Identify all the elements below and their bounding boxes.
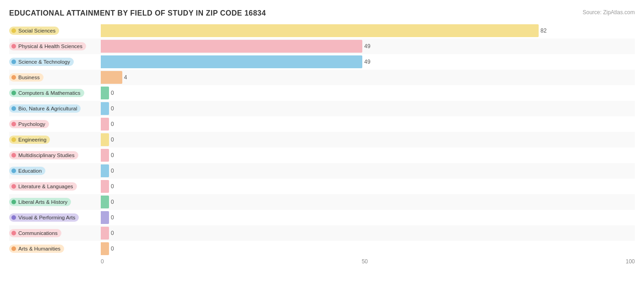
bar-fill (101, 55, 362, 68)
bar-label-container: Liberal Arts & History (9, 198, 101, 206)
label-pill: Communications (9, 229, 61, 237)
bar-track: 0 (101, 242, 635, 255)
bar-track: 4 (101, 71, 635, 84)
bar-track: 49 (101, 40, 635, 53)
bar-label-container: Science & Technology (9, 58, 101, 66)
bar-value-label: 82 (540, 27, 546, 34)
bar-row: Multidisciplinary Studies0 (9, 147, 635, 163)
bar-label-container: Business (9, 73, 101, 82)
bar-label-text: Education (18, 168, 42, 174)
bar-label-text: Visual & Performing Arts (18, 215, 75, 220)
bar-row: Bio, Nature & Agricultural0 (9, 101, 635, 116)
label-pill: Science & Technology (9, 58, 74, 66)
x-tick: 0 (101, 258, 104, 265)
bar-label-container: Multidisciplinary Studies (9, 151, 101, 159)
bar-track: 0 (101, 180, 635, 193)
bar-fill (101, 211, 109, 224)
bar-row: Visual & Performing Arts0 (9, 210, 635, 225)
bar-track: 49 (101, 55, 635, 68)
title-area: EDUCATIONAL ATTAINMENT BY FIELD OF STUDY… (9, 9, 635, 17)
bar-label-text: Business (18, 75, 40, 80)
bar-row: Arts & Humanities0 (9, 241, 635, 256)
bar-label-text: Liberal Arts & History (18, 199, 67, 205)
label-pill: Liberal Arts & History (9, 198, 71, 206)
bars-section: Social Sciences82Physical & Health Scien… (9, 23, 635, 256)
bar-track: 0 (101, 87, 635, 99)
label-dot (11, 28, 16, 33)
bar-value-label: 0 (111, 105, 114, 112)
bar-label-container: Bio, Nature & Agricultural (9, 104, 101, 113)
bar-label-text: Science & Technology (18, 59, 70, 65)
bar-row: Psychology0 (9, 116, 635, 132)
bar-label-text: Psychology (18, 121, 45, 127)
bar-track: 0 (101, 211, 635, 224)
bar-fill (101, 102, 109, 115)
bar-track: 0 (101, 133, 635, 146)
label-dot (11, 215, 16, 220)
bar-label-text: Bio, Nature & Agricultural (18, 106, 77, 111)
x-tick: 100 (626, 258, 635, 265)
x-tick: 50 (362, 258, 368, 265)
label-dot (11, 231, 16, 235)
bar-value-label: 4 (124, 74, 127, 81)
label-dot (11, 60, 16, 64)
label-pill: Psychology (9, 120, 49, 128)
bar-row: Communications0 (9, 225, 635, 241)
bar-value-label: 0 (111, 90, 114, 96)
bar-value-label: 0 (111, 230, 114, 236)
bar-fill (101, 149, 109, 162)
bar-fill (101, 133, 109, 146)
bar-row: Physical & Health Sciences49 (9, 38, 635, 54)
bar-label-text: Engineering (18, 137, 46, 142)
bar-fill (101, 87, 109, 99)
label-pill: Business (9, 73, 44, 82)
bar-fill (101, 242, 109, 255)
bar-value-label: 0 (111, 152, 114, 158)
label-pill: Physical & Health Sciences (9, 42, 86, 50)
bar-label-text: Multidisciplinary Studies (18, 153, 75, 158)
bar-fill (101, 164, 109, 177)
bar-label-container: Engineering (9, 136, 101, 144)
bar-track: 82 (101, 24, 635, 37)
bar-row: Science & Technology49 (9, 54, 635, 70)
bar-label-text: Social Sciences (18, 28, 55, 33)
x-axis: 050100 (9, 258, 635, 265)
bar-label-container: Psychology (9, 120, 101, 128)
bar-value-label: 0 (111, 168, 114, 174)
bar-label-container: Communications (9, 229, 101, 237)
bar-fill (101, 118, 109, 131)
bar-track: 0 (101, 118, 635, 131)
bar-label-container: Arts & Humanities (9, 245, 101, 253)
label-dot (11, 153, 16, 158)
chart-area: Social Sciences82Physical & Health Scien… (9, 23, 635, 252)
bar-value-label: 49 (364, 43, 370, 49)
bar-fill (101, 196, 109, 208)
label-pill: Education (9, 167, 45, 175)
bar-label-container: Visual & Performing Arts (9, 213, 101, 222)
source-text: Source: ZipAtlas.com (583, 9, 635, 16)
bar-label-text: Arts & Humanities (18, 246, 60, 251)
label-pill: Bio, Nature & Agricultural (9, 104, 81, 113)
label-dot (11, 169, 16, 173)
chart-container: EDUCATIONAL ATTAINMENT BY FIELD OF STUDY… (0, 0, 644, 289)
label-dot (11, 200, 16, 204)
bar-value-label: 0 (111, 183, 114, 190)
bar-track: 0 (101, 196, 635, 208)
label-dot (11, 75, 16, 80)
bar-label-text: Communications (18, 230, 58, 236)
label-dot (11, 91, 16, 95)
bar-row: Business4 (9, 70, 635, 85)
bar-row: Education0 (9, 163, 635, 179)
label-dot (11, 184, 16, 189)
bar-fill (101, 40, 362, 53)
bar-row: Literature & Languages0 (9, 179, 635, 194)
label-pill: Multidisciplinary Studies (9, 151, 78, 159)
bar-row: Computers & Mathematics0 (9, 85, 635, 101)
label-pill: Literature & Languages (9, 182, 77, 191)
bar-value-label: 0 (111, 121, 114, 127)
bar-label-container: Physical & Health Sciences (9, 42, 101, 50)
bar-value-label: 0 (111, 136, 114, 143)
bar-label-container: Social Sciences (9, 27, 101, 35)
bar-label-text: Computers & Mathematics (18, 90, 81, 96)
bar-row: Engineering0 (9, 132, 635, 147)
